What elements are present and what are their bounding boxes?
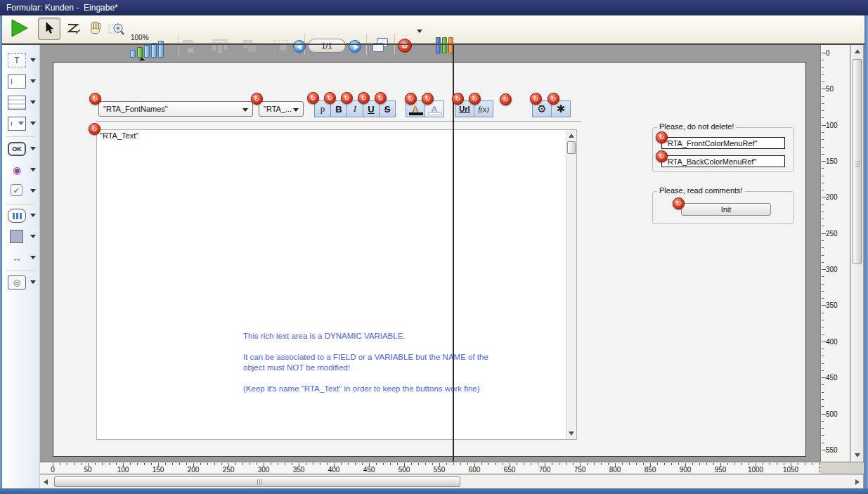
form-boundary-guide[interactable] <box>453 45 454 462</box>
object-method-badge[interactable]: ↻ <box>530 93 542 105</box>
plugin-area-tool[interactable]: ◎ <box>5 274 39 292</box>
title-bar[interactable]: Formular: Kunden - Eingabe* <box>0 0 868 15</box>
button-bar-tool[interactable] <box>5 207 39 226</box>
ruler-tick <box>822 117 824 118</box>
horizontal-scrollbar[interactable] <box>40 474 863 488</box>
init-button[interactable]: Init <box>681 203 771 216</box>
entry-order-icon <box>67 22 82 36</box>
checkbox-tool-icon: ✓ <box>11 184 22 196</box>
object-method-badge[interactable]: ↻ <box>656 150 668 162</box>
previous-page-button[interactable] <box>293 40 306 53</box>
object-method-badge[interactable]: ↻ <box>469 93 481 105</box>
object-method-badge[interactable]: ↻ <box>673 197 685 209</box>
input-tool[interactable]: I <box>5 73 39 91</box>
move-tool-button[interactable] <box>86 20 105 39</box>
zoom-tool-button[interactable] <box>106 20 127 39</box>
ruler-label: 550 <box>434 466 446 474</box>
object-method-badge[interactable]: ↻ <box>422 93 434 105</box>
chevron-down-icon[interactable] <box>30 79 36 83</box>
left-arrow-icon <box>297 44 302 50</box>
ruler-tick <box>805 463 805 465</box>
ruler-label: 600 <box>469 466 481 474</box>
scroll-down-icon[interactable] <box>855 453 860 457</box>
horizontal-scroll-thumb[interactable] <box>54 476 460 487</box>
listbox-tool[interactable] <box>5 94 39 112</box>
execute-form-button[interactable] <box>10 18 30 39</box>
ruler-tick <box>822 443 824 443</box>
splitter-tool[interactable]: ↔ <box>5 249 39 268</box>
object-method-badge[interactable]: ↻ <box>405 93 417 105</box>
window-border <box>864 15 868 494</box>
object-method-badge[interactable]: ↻ <box>358 92 370 104</box>
object-method-badge[interactable]: ↻ <box>251 93 263 105</box>
chevron-down-icon[interactable] <box>30 122 36 125</box>
entry-order-tool-button[interactable] <box>65 20 84 39</box>
object-method-badge[interactable]: ↻ <box>89 123 101 135</box>
ruler-tick <box>822 240 824 241</box>
ruler-tick <box>763 463 763 465</box>
zoom-bar-400[interactable] <box>151 43 157 58</box>
rta-scroll-thumb[interactable] <box>567 141 576 154</box>
rich-text-area[interactable]: "RTA_Text" This rich text area is a DYNA… <box>96 129 577 440</box>
checkbox-tool[interactable]: ✓ <box>5 183 39 201</box>
radio-button-tool[interactable]: ◉ <box>5 162 39 180</box>
chevron-down-icon[interactable] <box>417 30 422 33</box>
chevron-down-icon[interactable] <box>30 235 36 238</box>
rta-comment-paragraph: This rich text area is a DYNAMIC VARIABL… <box>243 331 498 342</box>
button-tool-icon: OK <box>8 142 26 156</box>
ruler-tick <box>822 74 824 75</box>
back-color-menu-field[interactable]: "RTA_BackColorMenuRef" <box>661 155 785 167</box>
next-page-button[interactable] <box>349 40 361 53</box>
chevron-down-icon[interactable] <box>30 280 36 284</box>
rta-scrollbar[interactable] <box>566 130 576 439</box>
chevron-down-icon[interactable] <box>30 147 36 150</box>
zoom-bar-200[interactable] <box>144 45 150 58</box>
ruler-tick <box>432 463 433 465</box>
ruler-tick <box>657 463 658 465</box>
ruler-tick <box>664 463 665 465</box>
ruler-tick <box>109 463 110 465</box>
ruler-tick <box>313 463 313 465</box>
object-method-badge[interactable]: ↻ <box>89 93 101 105</box>
ruler-label: 150 <box>153 466 164 474</box>
object-method-badge[interactable]: ↻ <box>500 93 512 105</box>
scroll-down-icon[interactable] <box>569 431 574 436</box>
object-method-badge[interactable]: ↻ <box>656 131 668 143</box>
button-tool[interactable]: OK <box>5 141 39 159</box>
ruler-corner <box>820 462 864 474</box>
scroll-up-icon[interactable] <box>569 134 574 138</box>
chevron-down-icon[interactable] <box>30 189 36 193</box>
vertical-scroll-thumb[interactable] <box>853 59 862 264</box>
chevron-down-icon[interactable] <box>30 214 36 217</box>
combo-box-tool[interactable]: I <box>5 115 39 134</box>
vertical-scrollbar[interactable] <box>850 45 863 462</box>
object-method-badge[interactable]: ↻ <box>452 93 464 105</box>
object-method-badge[interactable]: ↻ <box>548 93 559 105</box>
scroll-right-icon[interactable] <box>855 479 860 485</box>
ruler-tick <box>285 463 285 465</box>
font-size-dropdown[interactable]: "RTA_... <box>259 101 304 117</box>
rectangle-tool[interactable] <box>5 228 39 247</box>
font-names-dropdown[interactable]: "RTA_FontNames" <box>98 101 253 117</box>
scroll-up-icon[interactable] <box>855 49 860 53</box>
chevron-down-icon[interactable] <box>30 168 36 171</box>
chevron-down-icon[interactable] <box>30 256 36 259</box>
object-method-badge[interactable]: ↻ <box>307 92 319 104</box>
zoom-bar-50[interactable] <box>130 50 136 58</box>
select-tool-button[interactable] <box>38 18 60 40</box>
scroll-left-icon[interactable] <box>44 479 48 485</box>
form-properties-button[interactable]: ⚙ <box>398 39 412 53</box>
object-method-badge[interactable]: ↻ <box>324 92 336 104</box>
object-method-badge[interactable]: ↻ <box>341 92 353 104</box>
form-pages-button[interactable] <box>372 37 390 54</box>
ruler-tick <box>242 463 243 465</box>
zoom-bar-100[interactable] <box>137 47 143 58</box>
static-text-tool[interactable]: T <box>5 52 39 70</box>
object-method-badge[interactable]: ↻ <box>375 92 387 104</box>
chevron-down-icon[interactable] <box>30 58 36 62</box>
font-size-value: "RTA_... <box>264 105 292 113</box>
ruler-tick <box>822 421 824 422</box>
front-color-menu-field[interactable]: "RTA_FrontColorMenuRef" <box>661 137 785 149</box>
ruler-label: 250 <box>826 230 838 238</box>
chevron-down-icon[interactable] <box>30 100 36 104</box>
